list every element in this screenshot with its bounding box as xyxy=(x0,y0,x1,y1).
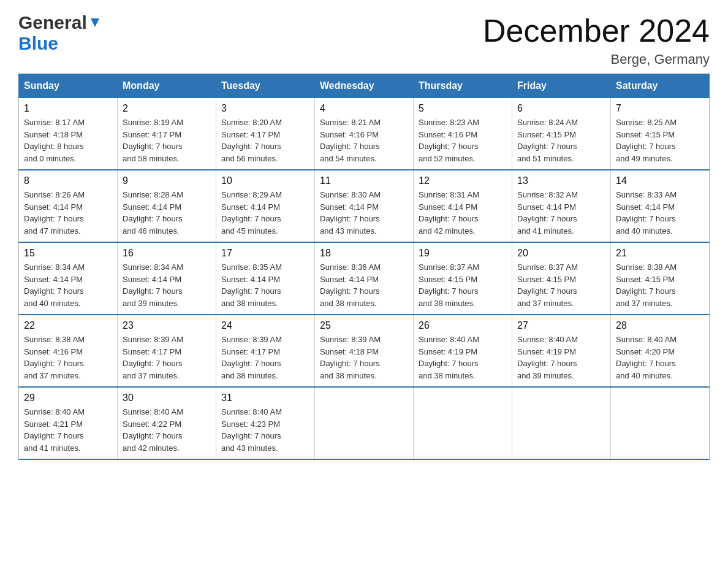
calendar-cell: 21 Sunrise: 8:38 AM Sunset: 4:15 PM Dayl… xyxy=(611,242,710,315)
weekday-header-sunday: Sunday xyxy=(19,74,118,98)
calendar-cell: 4 Sunrise: 8:21 AM Sunset: 4:16 PM Dayli… xyxy=(315,98,414,170)
weekday-header-wednesday: Wednesday xyxy=(315,74,414,98)
day-info: Sunrise: 8:26 AM Sunset: 4:14 PM Dayligh… xyxy=(24,189,112,237)
calendar-cell: 12 Sunrise: 8:31 AM Sunset: 4:14 PM Dayl… xyxy=(414,170,512,242)
calendar-week-row: 8 Sunrise: 8:26 AM Sunset: 4:14 PM Dayli… xyxy=(19,170,710,242)
day-number: 1 xyxy=(24,103,112,114)
day-info: Sunrise: 8:29 AM Sunset: 4:14 PM Dayligh… xyxy=(221,189,309,237)
day-number: 23 xyxy=(123,320,211,331)
weekday-header-saturday: Saturday xyxy=(611,74,710,98)
calendar-header-row: SundayMondayTuesdayWednesdayThursdayFrid… xyxy=(19,74,710,98)
day-info: Sunrise: 8:34 AM Sunset: 4:14 PM Dayligh… xyxy=(123,261,211,309)
day-info: Sunrise: 8:39 AM Sunset: 4:17 PM Dayligh… xyxy=(123,334,211,381)
day-info: Sunrise: 8:24 AM Sunset: 4:15 PM Dayligh… xyxy=(517,117,605,164)
day-number: 16 xyxy=(123,248,211,259)
calendar-week-row: 1 Sunrise: 8:17 AM Sunset: 4:18 PM Dayli… xyxy=(19,98,710,170)
day-info: Sunrise: 8:39 AM Sunset: 4:17 PM Dayligh… xyxy=(221,334,309,381)
calendar-cell: 15 Sunrise: 8:34 AM Sunset: 4:14 PM Dayl… xyxy=(19,242,118,315)
calendar-cell: 22 Sunrise: 8:38 AM Sunset: 4:16 PM Dayl… xyxy=(19,315,118,387)
day-number: 13 xyxy=(517,175,605,186)
day-info: Sunrise: 8:39 AM Sunset: 4:18 PM Dayligh… xyxy=(320,334,408,381)
calendar-cell xyxy=(414,387,512,459)
day-number: 3 xyxy=(221,103,309,114)
calendar-cell: 1 Sunrise: 8:17 AM Sunset: 4:18 PM Dayli… xyxy=(19,98,118,170)
day-number: 11 xyxy=(320,175,408,186)
calendar-cell: 9 Sunrise: 8:28 AM Sunset: 4:14 PM Dayli… xyxy=(118,170,216,242)
day-info: Sunrise: 8:37 AM Sunset: 4:15 PM Dayligh… xyxy=(419,261,507,309)
day-number: 14 xyxy=(616,175,704,186)
calendar-week-row: 29 Sunrise: 8:40 AM Sunset: 4:21 PM Dayl… xyxy=(19,387,710,459)
day-info: Sunrise: 8:32 AM Sunset: 4:14 PM Dayligh… xyxy=(517,189,605,237)
day-info: Sunrise: 8:33 AM Sunset: 4:14 PM Dayligh… xyxy=(616,189,704,237)
day-number: 4 xyxy=(320,103,408,114)
calendar-cell xyxy=(315,387,414,459)
day-info: Sunrise: 8:30 AM Sunset: 4:14 PM Dayligh… xyxy=(320,189,408,237)
calendar-cell: 23 Sunrise: 8:39 AM Sunset: 4:17 PM Dayl… xyxy=(118,315,216,387)
day-number: 17 xyxy=(221,248,309,259)
calendar-cell: 6 Sunrise: 8:24 AM Sunset: 4:15 PM Dayli… xyxy=(512,98,611,170)
calendar-cell: 20 Sunrise: 8:37 AM Sunset: 4:15 PM Dayl… xyxy=(512,242,611,315)
day-info: Sunrise: 8:40 AM Sunset: 4:19 PM Dayligh… xyxy=(517,334,605,381)
day-info: Sunrise: 8:40 AM Sunset: 4:20 PM Dayligh… xyxy=(616,334,704,381)
page-title: December 2024 xyxy=(483,12,710,49)
calendar-cell: 25 Sunrise: 8:39 AM Sunset: 4:18 PM Dayl… xyxy=(315,315,414,387)
calendar-cell: 19 Sunrise: 8:37 AM Sunset: 4:15 PM Dayl… xyxy=(414,242,512,315)
calendar-cell: 31 Sunrise: 8:40 AM Sunset: 4:23 PM Dayl… xyxy=(216,387,315,459)
weekday-header-tuesday: Tuesday xyxy=(216,74,315,98)
day-number: 12 xyxy=(419,175,507,186)
day-info: Sunrise: 8:40 AM Sunset: 4:21 PM Dayligh… xyxy=(24,406,112,454)
calendar-week-row: 22 Sunrise: 8:38 AM Sunset: 4:16 PM Dayl… xyxy=(19,315,710,387)
day-number: 26 xyxy=(419,320,507,331)
day-number: 25 xyxy=(320,320,408,331)
weekday-header-monday: Monday xyxy=(118,74,216,98)
day-number: 6 xyxy=(517,103,605,114)
day-number: 7 xyxy=(616,103,704,114)
day-info: Sunrise: 8:25 AM Sunset: 4:15 PM Dayligh… xyxy=(616,117,704,164)
day-number: 5 xyxy=(419,103,507,114)
day-info: Sunrise: 8:38 AM Sunset: 4:15 PM Dayligh… xyxy=(616,261,704,309)
day-info: Sunrise: 8:37 AM Sunset: 4:15 PM Dayligh… xyxy=(517,261,605,309)
day-info: Sunrise: 8:38 AM Sunset: 4:16 PM Dayligh… xyxy=(24,334,112,381)
calendar-table: SundayMondayTuesdayWednesdayThursdayFrid… xyxy=(18,74,710,460)
logo-general-text: General xyxy=(18,12,87,33)
calendar-cell xyxy=(512,387,611,459)
title-section: December 2024 Berge, Germany xyxy=(483,12,710,67)
calendar-cell: 28 Sunrise: 8:40 AM Sunset: 4:20 PM Dayl… xyxy=(611,315,710,387)
day-number: 9 xyxy=(123,175,211,186)
day-info: Sunrise: 8:35 AM Sunset: 4:14 PM Dayligh… xyxy=(221,261,309,309)
calendar-cell xyxy=(611,387,710,459)
calendar-cell: 16 Sunrise: 8:34 AM Sunset: 4:14 PM Dayl… xyxy=(118,242,216,315)
logo-blue-text: Blue xyxy=(18,33,58,54)
day-number: 2 xyxy=(123,103,211,114)
weekday-header-thursday: Thursday xyxy=(414,74,512,98)
day-info: Sunrise: 8:21 AM Sunset: 4:16 PM Dayligh… xyxy=(320,117,408,164)
day-number: 21 xyxy=(616,248,704,259)
calendar-cell: 27 Sunrise: 8:40 AM Sunset: 4:19 PM Dayl… xyxy=(512,315,611,387)
calendar-cell: 30 Sunrise: 8:40 AM Sunset: 4:22 PM Dayl… xyxy=(118,387,216,459)
calendar-cell: 24 Sunrise: 8:39 AM Sunset: 4:17 PM Dayl… xyxy=(216,315,315,387)
calendar-cell: 3 Sunrise: 8:20 AM Sunset: 4:17 PM Dayli… xyxy=(216,98,315,170)
day-info: Sunrise: 8:36 AM Sunset: 4:14 PM Dayligh… xyxy=(320,261,408,309)
day-info: Sunrise: 8:31 AM Sunset: 4:14 PM Dayligh… xyxy=(419,189,507,237)
logo: General Blue xyxy=(18,12,102,54)
day-number: 29 xyxy=(24,393,112,404)
day-info: Sunrise: 8:23 AM Sunset: 4:16 PM Dayligh… xyxy=(419,117,507,164)
day-number: 30 xyxy=(123,393,211,404)
day-info: Sunrise: 8:28 AM Sunset: 4:14 PM Dayligh… xyxy=(123,189,211,237)
day-number: 27 xyxy=(517,320,605,331)
svg-marker-0 xyxy=(91,18,99,27)
calendar-cell: 7 Sunrise: 8:25 AM Sunset: 4:15 PM Dayli… xyxy=(611,98,710,170)
weekday-header-friday: Friday xyxy=(512,74,611,98)
calendar-cell: 5 Sunrise: 8:23 AM Sunset: 4:16 PM Dayli… xyxy=(414,98,512,170)
calendar-cell: 8 Sunrise: 8:26 AM Sunset: 4:14 PM Dayli… xyxy=(19,170,118,242)
day-info: Sunrise: 8:40 AM Sunset: 4:19 PM Dayligh… xyxy=(419,334,507,381)
day-info: Sunrise: 8:17 AM Sunset: 4:18 PM Dayligh… xyxy=(24,117,112,164)
day-number: 24 xyxy=(221,320,309,331)
day-number: 31 xyxy=(221,393,309,404)
calendar-cell: 10 Sunrise: 8:29 AM Sunset: 4:14 PM Dayl… xyxy=(216,170,315,242)
day-info: Sunrise: 8:19 AM Sunset: 4:17 PM Dayligh… xyxy=(123,117,211,164)
day-number: 8 xyxy=(24,175,112,186)
calendar-cell: 13 Sunrise: 8:32 AM Sunset: 4:14 PM Dayl… xyxy=(512,170,611,242)
calendar-cell: 11 Sunrise: 8:30 AM Sunset: 4:14 PM Dayl… xyxy=(315,170,414,242)
day-info: Sunrise: 8:34 AM Sunset: 4:14 PM Dayligh… xyxy=(24,261,112,309)
